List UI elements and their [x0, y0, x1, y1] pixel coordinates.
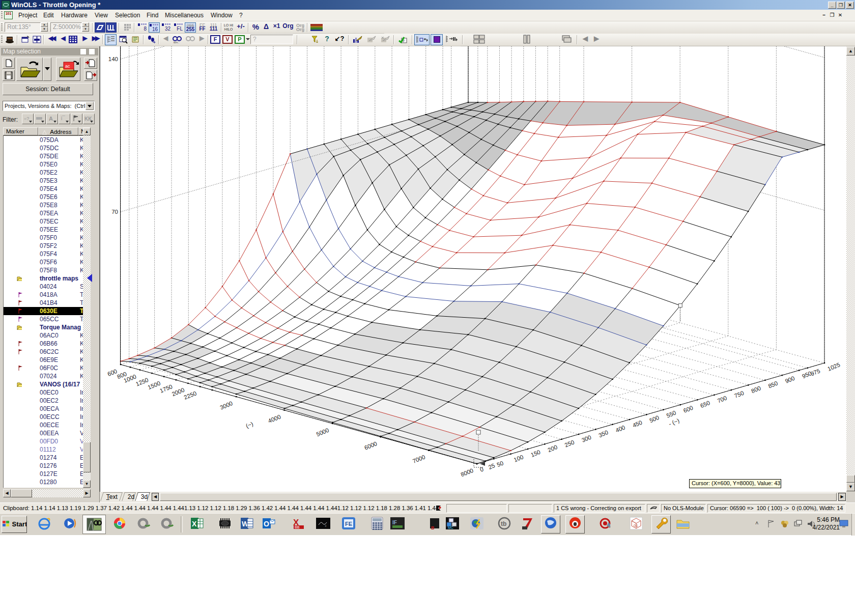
svg-text:=?: =? [24, 116, 29, 121]
svg-text:FE: FE [345, 521, 352, 527]
svg-text:140: 140 [108, 56, 118, 62]
svg-text:ion..: ion.. [174, 41, 180, 44]
svg-text:IF: IF [392, 520, 397, 525]
svg-text:BB: BB [295, 525, 300, 529]
svg-text:X: X [192, 520, 197, 528]
svg-text:Cursor: (X=600, Y=8000), Value: Cursor: (X=600, Y=8000), Value: 43 [692, 480, 780, 486]
svg-text:O: O [264, 520, 269, 528]
svg-text:tb: tb [501, 520, 506, 527]
svg-text:MC: MC [448, 526, 453, 529]
svg-text:01: 01 [634, 523, 638, 528]
svg-text:B: B [431, 525, 435, 530]
svg-text:70: 70 [111, 209, 118, 215]
svg-text:i¯: i¯ [61, 116, 65, 121]
svg-text:ac: ac [65, 64, 70, 69]
svg-text:A: A [49, 116, 53, 122]
